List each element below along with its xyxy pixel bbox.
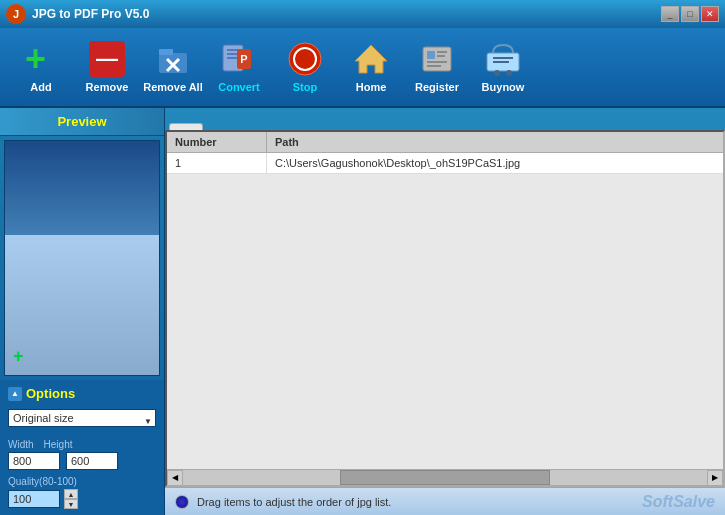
width-input[interactable] [8, 452, 60, 470]
register-button[interactable]: Register [406, 32, 468, 102]
svg-text:+: + [25, 41, 46, 77]
buynow-label: Buynow [482, 81, 525, 93]
register-label: Register [415, 81, 459, 93]
preview-add-icon[interactable]: + [13, 346, 24, 367]
scroll-left-button[interactable]: ◀ [167, 470, 183, 486]
cell-path: C:\Users\Gagushonok\Desktop\_ohS19PCaS1.… [267, 153, 723, 173]
convert-button[interactable]: P Convert [208, 32, 270, 102]
size-select-wrapper: Original size Custom A4 Letter [8, 409, 156, 433]
add-button[interactable]: + Add [10, 32, 72, 102]
remove-all-icon [155, 41, 191, 77]
quality-up-arrow[interactable]: ▲ [64, 489, 78, 499]
preview-title: Preview [57, 114, 106, 129]
svg-point-24 [506, 70, 512, 76]
tab-filelist[interactable] [169, 123, 203, 130]
height-input[interactable] [66, 452, 118, 470]
column-header-number: Number [167, 132, 267, 152]
file-list-body: 1 C:\Users\Gagushonok\Desktop\_ohS19PCaS… [167, 153, 723, 469]
scroll-right-button[interactable]: ▶ [707, 470, 723, 486]
svg-rect-17 [427, 51, 435, 59]
remove-icon: — [89, 41, 125, 77]
options-collapse-button[interactable]: ▲ [8, 387, 22, 401]
svg-text:J: J [13, 8, 19, 20]
app-title: JPG to PDF Pro V5.0 [32, 7, 149, 21]
remove-button[interactable]: — Remove [76, 32, 138, 102]
svg-rect-18 [427, 61, 447, 63]
app-icon: J [6, 4, 26, 24]
main-content: Preview + ▲ Options Original size Custom… [0, 108, 725, 515]
svg-marker-15 [355, 45, 387, 73]
svg-rect-16 [423, 47, 451, 71]
add-icon: + [23, 41, 59, 77]
title-bar: J JPG to PDF Pro V5.0 _ □ ✕ [0, 0, 725, 28]
toolbar: + Add — Remove Remove All [0, 28, 725, 108]
status-text: Drag items to adjust the order of jpg li… [197, 496, 391, 508]
svg-rect-26 [493, 61, 509, 63]
svg-rect-19 [427, 65, 441, 67]
svg-point-23 [494, 70, 500, 76]
table-row: 1 C:\Users\Gagushonok\Desktop\_ohS19PCaS… [167, 153, 723, 174]
quality-stepper[interactable]: ▲ ▼ [64, 489, 78, 509]
scrollbar-thumb[interactable] [340, 470, 550, 485]
options-header: ▲ Options [8, 386, 156, 401]
options-panel: ▲ Options Original size Custom A4 Letter… [0, 380, 164, 515]
cell-number: 1 [167, 153, 267, 173]
close-button[interactable]: ✕ [701, 6, 719, 22]
convert-icon: P [221, 41, 257, 77]
add-label: Add [30, 81, 51, 93]
column-header-path: Path [267, 132, 723, 152]
scrollbar-track[interactable] [183, 470, 707, 485]
stop-icon [287, 41, 323, 77]
preview-landscape [5, 235, 159, 375]
stop-button[interactable]: Stop [274, 32, 336, 102]
status-bar: Drag items to adjust the order of jpg li… [165, 487, 725, 515]
size-select[interactable]: Original size Custom A4 Letter [8, 409, 156, 427]
home-button[interactable]: Home [340, 32, 402, 102]
buynow-button[interactable]: Buynow [472, 32, 534, 102]
home-label: Home [356, 81, 387, 93]
stop-label: Stop [293, 81, 317, 93]
svg-rect-9 [227, 53, 237, 55]
dimension-labels: Width Height [8, 439, 156, 450]
title-bar-left: J JPG to PDF Pro V5.0 [6, 4, 149, 24]
maximize-button[interactable]: □ [681, 6, 699, 22]
preview-area: + [4, 140, 160, 376]
remove-all-label: Remove All [143, 81, 203, 93]
status-indicator [175, 495, 189, 509]
quality-label: Quality(80-100) [8, 476, 156, 487]
remove-label: Remove [86, 81, 129, 93]
horizontal-scrollbar[interactable]: ◀ ▶ [167, 469, 723, 485]
preview-header: Preview [0, 108, 164, 136]
remove-all-button[interactable]: Remove All [142, 32, 204, 102]
status-logo: SoftSalve [642, 493, 715, 511]
dimension-inputs [8, 452, 156, 470]
height-label: Height [44, 439, 73, 450]
convert-label: Convert [218, 81, 260, 93]
window-controls[interactable]: _ □ ✕ [661, 6, 719, 22]
tab-bar [165, 108, 725, 130]
register-icon [419, 41, 455, 77]
svg-rect-20 [437, 51, 447, 53]
options-title: Options [26, 386, 75, 401]
minimize-button[interactable]: _ [661, 6, 679, 22]
svg-rect-21 [437, 55, 445, 57]
right-panel: Number Path 1 C:\Users\Gagushonok\Deskto… [165, 108, 725, 515]
file-list-header: Number Path [167, 132, 723, 153]
buynow-icon [485, 41, 521, 77]
width-label: Width [8, 439, 34, 450]
svg-point-14 [294, 48, 316, 70]
quality-wrapper: ▲ ▼ [8, 489, 156, 509]
home-icon [353, 41, 389, 77]
svg-rect-4 [159, 49, 173, 55]
svg-text:P: P [240, 53, 247, 65]
file-list-container: Number Path 1 C:\Users\Gagushonok\Deskto… [165, 130, 725, 487]
left-panel: Preview + ▲ Options Original size Custom… [0, 108, 165, 515]
quality-input[interactable] [8, 490, 60, 508]
quality-down-arrow[interactable]: ▼ [64, 499, 78, 509]
svg-rect-25 [493, 57, 513, 59]
